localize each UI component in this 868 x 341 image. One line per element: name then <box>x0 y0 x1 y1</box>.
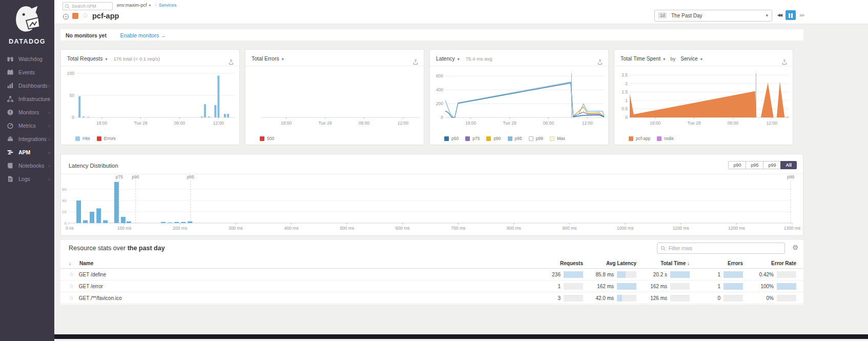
panel-title[interactable]: Total Time Spent <box>621 55 660 62</box>
row-favorite-star-icon[interactable]: ☆ <box>69 294 74 302</box>
column-header-errors[interactable]: Errors <box>690 260 743 266</box>
table-row[interactable]: ☆GET /**/favicon.ico342.0 ms126 ms00% <box>60 292 803 304</box>
time-rewind-button[interactable]: ◀◀ <box>774 10 784 20</box>
sidebar-item-metrics[interactable]: Metrics› <box>0 119 54 132</box>
svg-text:900 ms: 900 ms <box>563 226 577 231</box>
row-favorite-star-icon[interactable]: ☆ <box>69 283 74 290</box>
search-input[interactable] <box>71 3 112 10</box>
legend-item[interactable]: redis <box>657 136 673 141</box>
legend-item[interactable]: Hits <box>75 136 90 141</box>
watchdog-icon <box>7 55 14 63</box>
column-header-avg-latency[interactable]: Avg Latency <box>583 260 636 266</box>
legend-label: Hits <box>82 136 90 141</box>
events-icon <box>7 69 14 76</box>
panel-title[interactable]: Total Requests <box>67 55 102 62</box>
panel-total_errors: Total Errors▾18:00Tue 2806:0012:00500 <box>245 49 424 145</box>
export-icon[interactable] <box>597 54 603 70</box>
legend-item[interactable]: p95 <box>508 136 522 141</box>
export-icon[interactable] <box>412 54 419 70</box>
sidebar-item-events[interactable]: Events <box>0 66 54 79</box>
sidebar-item-notebooks[interactable]: Notebooks› <box>0 159 54 172</box>
sidebar-item-watchdog[interactable]: Watchdog <box>0 52 54 66</box>
legend-label: Errors <box>104 136 116 141</box>
svg-text:600: 600 <box>436 73 443 78</box>
row-favorite-star-icon[interactable]: ☆ <box>69 271 74 278</box>
filter-rows-box[interactable] <box>657 243 785 254</box>
legend-item[interactable]: 500 <box>260 136 274 141</box>
chart-total_requests: 05010018:00Tue 2806:0012:00 <box>61 66 240 129</box>
sidebar-item-label: Watchdog <box>18 52 43 66</box>
table-cell: 162 ms <box>636 283 690 290</box>
table-cell: 3 <box>530 295 583 302</box>
cell-bar <box>617 271 636 278</box>
legend-item[interactable]: Errors <box>97 136 116 141</box>
percentile-button-p95[interactable]: p95 <box>746 161 763 169</box>
svg-text:Tue 28: Tue 28 <box>134 121 147 126</box>
sidebar-item-integrations[interactable]: Integrations› <box>0 132 54 146</box>
filter-rows-input[interactable] <box>668 244 782 253</box>
group-by-select[interactable]: Service <box>680 56 697 62</box>
legend-label: 500 <box>267 136 274 141</box>
column-header-total-time[interactable]: Total Time ↓ <box>636 260 690 266</box>
table-row[interactable]: ☆GET /define23685.8 ms20.2 s10.42% <box>60 269 803 280</box>
cell-value: 126 ms <box>650 295 667 301</box>
enable-monitors-link[interactable]: Enable monitors → <box>120 32 166 38</box>
resource-name-link[interactable]: GET /error <box>79 284 103 289</box>
resource-name-link[interactable]: GET /define <box>79 272 106 277</box>
export-icon[interactable] <box>228 54 234 70</box>
legend-label: p95 <box>515 136 522 141</box>
legend-swatch <box>657 136 662 141</box>
chart-panels-row: Total Requests▾176 total (< 0.1 req/s)05… <box>60 49 803 145</box>
time-pause-button[interactable] <box>786 10 796 20</box>
search-box[interactable] <box>63 2 113 10</box>
svg-text:12:00: 12:00 <box>767 121 778 126</box>
column-header-requests[interactable]: Requests <box>530 260 583 266</box>
svg-text:20: 20 <box>62 210 67 214</box>
sidebar-item-dashboards[interactable]: Dashboards› <box>0 79 54 92</box>
sidebar-item-infrastructure[interactable]: Infrastructure› <box>0 92 54 106</box>
caret-down-icon: ▾ <box>700 57 702 62</box>
legend-item[interactable]: p90 <box>486 136 501 141</box>
svg-text:1: 1 <box>625 98 628 103</box>
env-selector[interactable]: env:maxim-pcf▾ <box>117 3 151 8</box>
resource-name-link[interactable]: GET /**/favicon.ico <box>79 295 122 301</box>
sidebar-item-label: Monitors <box>18 106 39 119</box>
legend-item[interactable]: p75 <box>465 136 480 141</box>
svg-text:1300 ms: 1300 ms <box>784 226 801 231</box>
sidebar-item-monitors[interactable]: Monitors› <box>0 106 54 119</box>
sidebar-item-apm[interactable]: APM› <box>0 146 54 159</box>
panel-title[interactable]: Total Errors <box>252 55 279 62</box>
sidebar-item-label: Events <box>18 66 35 79</box>
table-row[interactable]: ☆GET /error1162 ms162 ms1100% <box>60 280 803 292</box>
export-icon[interactable] <box>781 54 788 70</box>
legend-item[interactable]: p99 <box>529 136 543 141</box>
legend-item[interactable]: pcf-app <box>629 136 650 141</box>
cell-value: 100% <box>760 284 774 289</box>
breadcrumb-services-link[interactable]: Services <box>159 3 177 8</box>
brand-text: DATADOG <box>0 38 54 45</box>
svg-text:1100 ms: 1100 ms <box>673 226 689 231</box>
table-settings-gear-icon[interactable]: ⚙ <box>792 244 798 251</box>
chevron-right-icon: › <box>48 79 50 92</box>
time-range-select[interactable]: 1d The Past Day ▾ <box>654 10 772 22</box>
percentile-button-p90[interactable]: p90 <box>728 161 746 169</box>
panel-subtitle: 176 total (< 0.1 req/s) <box>113 56 160 62</box>
cell-bar <box>777 283 796 290</box>
column-header-error-rate[interactable]: Error Rate <box>743 260 796 266</box>
legend-label: p90 <box>493 136 501 141</box>
panel-title[interactable]: Latency <box>436 55 455 62</box>
percentile-button-p99[interactable]: p99 <box>763 161 781 169</box>
cell-bar <box>564 271 583 278</box>
cell-value: 1 <box>717 284 720 289</box>
percentile-button-all[interactable]: All <box>780 161 797 169</box>
time-forward-button[interactable]: ▶▶ <box>797 10 807 20</box>
sidebar-item-logs[interactable]: Logs› <box>0 172 54 186</box>
chevron-right-icon: › <box>48 119 50 132</box>
legend-item[interactable]: p50 <box>444 136 459 141</box>
favorite-star-icon[interactable]: ☆ <box>82 11 89 19</box>
datadog-logo[interactable]: DATADOG <box>0 0 54 45</box>
column-header-name[interactable]: ↓Name <box>69 260 530 266</box>
chart-total_errors: 18:00Tue 2806:0012:00 <box>245 66 425 129</box>
legend-item[interactable]: Max <box>550 136 565 141</box>
service-settings-icon[interactable] <box>63 13 69 22</box>
